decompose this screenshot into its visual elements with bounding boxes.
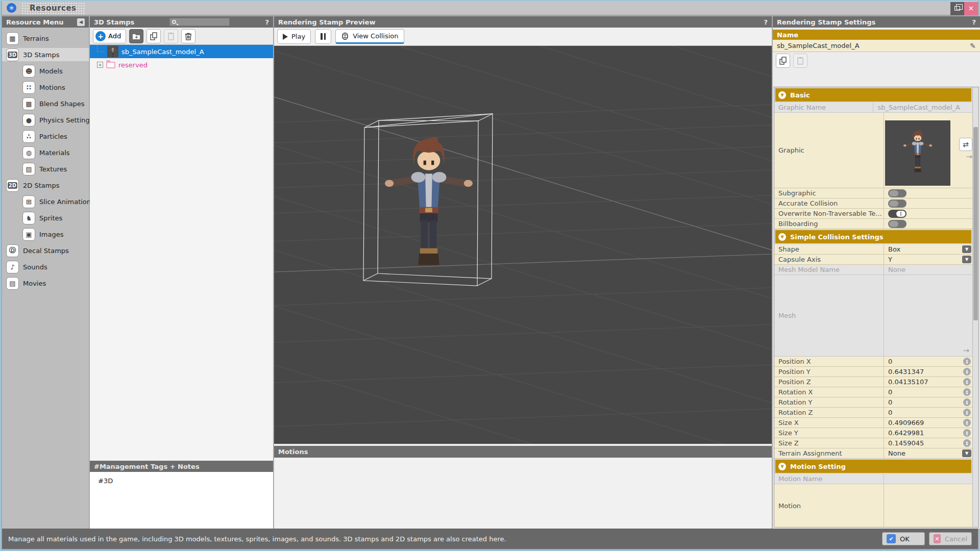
- position-z-input[interactable]: 0.04135107: [884, 377, 972, 387]
- sidebar-item-models[interactable]: ☻Models: [2, 64, 89, 78]
- overwrite-nontraversable-toggle[interactable]: [888, 210, 906, 218]
- capsule-axis-select[interactable]: Y: [884, 255, 972, 264]
- sidebar-item-motions[interactable]: ∷Motions: [2, 81, 89, 94]
- sidebar-item-2d-stamps[interactable]: 2D2D Stamps: [2, 179, 89, 192]
- sidebar-item-movies[interactable]: ▤Movies: [2, 277, 89, 290]
- spinner-icon[interactable]: [963, 358, 971, 365]
- shape-select[interactable]: Box: [884, 244, 972, 254]
- window-restore-button[interactable]: [950, 2, 964, 15]
- accurate-collision-toggle[interactable]: [888, 199, 906, 208]
- particles-icon: ∴: [22, 130, 35, 143]
- help-button[interactable]: ?: [764, 18, 768, 26]
- size-z-input[interactable]: 0.1459045: [884, 438, 972, 448]
- position-y-input[interactable]: 0.6431347: [884, 367, 972, 377]
- sidebar-item-decal-stamps[interactable]: ⒹDecal Stamps: [2, 244, 89, 257]
- check-icon: [887, 534, 896, 543]
- simple-collision-section-header[interactable]: Simple Collision Settings: [775, 230, 971, 243]
- pause-button[interactable]: [315, 29, 331, 44]
- spinner-icon[interactable]: [963, 439, 971, 447]
- scrollbar-thumb[interactable]: [973, 127, 978, 320]
- size-x-input[interactable]: 0.4909669: [884, 418, 972, 428]
- window-close-button[interactable]: [964, 2, 978, 15]
- settings-sections: Basic Graphic Name sb_SampleCast_model_A…: [774, 87, 979, 528]
- open-arrow-icon[interactable]: [966, 152, 972, 161]
- rendering-stamp-preview-panel: Rendering Stamp Preview ? Play View Coll…: [274, 16, 772, 529]
- physics-settings-icon: ●: [22, 114, 35, 127]
- new-folder-button[interactable]: [129, 29, 143, 43]
- settings-scrollbar[interactable]: [972, 87, 978, 527]
- spinner-icon[interactable]: [963, 419, 971, 427]
- management-tags-notes[interactable]: #3D: [90, 472, 273, 529]
- terrains-icon: ▦: [6, 32, 19, 45]
- title-bar[interactable]: Resources: [2, 1, 978, 15]
- capsule-axis-row: Capsule Axis Y: [774, 255, 972, 265]
- billboarding-toggle[interactable]: [888, 220, 906, 228]
- help-button[interactable]: ?: [972, 18, 976, 26]
- position-x-input[interactable]: 0: [884, 357, 972, 366]
- rotation-x-input[interactable]: 0: [884, 387, 972, 397]
- ok-button[interactable]: OK: [882, 532, 925, 545]
- sidebar-item-images[interactable]: ▣Images: [2, 228, 89, 241]
- subgraphic-toggle[interactable]: [888, 189, 906, 197]
- collision-grid-icon: [341, 32, 349, 40]
- sidebar-item-blend-shapes[interactable]: ▩Blend Shapes: [2, 97, 89, 110]
- add-button[interactable]: Add: [93, 29, 126, 43]
- sidebar-item-slice-animation[interactable]: ⊞Slice Animation: [2, 195, 89, 208]
- search-input[interactable]: [169, 18, 230, 26]
- spinner-icon[interactable]: [963, 388, 971, 396]
- sidebar-item-terrains[interactable]: ▦Terrains: [2, 32, 89, 45]
- help-button[interactable]: ?: [265, 18, 269, 26]
- rotation-z-input[interactable]: 0: [884, 408, 972, 417]
- motion-setting-section-header[interactable]: Motion Setting: [775, 460, 971, 473]
- sidebar-item-particles[interactable]: ∴Particles: [2, 130, 89, 143]
- tree-item-model[interactable]: sb_SampleCast_model_A: [90, 45, 273, 58]
- terrain-assignment-select[interactable]: None: [884, 448, 972, 458]
- duplicate-button[interactable]: [146, 29, 161, 43]
- spinner-icon[interactable]: [963, 378, 971, 386]
- sidebar-item-physics-settings[interactable]: ●Physics Settings: [2, 113, 89, 127]
- dropdown-arrow-icon[interactable]: [962, 256, 971, 263]
- paste-button[interactable]: [164, 29, 178, 43]
- graphic-thumbnail[interactable]: [885, 120, 950, 186]
- dropdown-arrow-icon[interactable]: [962, 245, 971, 253]
- accurate-collision-row: Accurate Collision: [774, 198, 972, 209]
- collapse-sidebar-button[interactable]: ◀: [77, 18, 85, 26]
- sidebar-item-3d-stamps[interactable]: 3D3D Stamps: [2, 48, 89, 61]
- spinner-icon[interactable]: [963, 398, 971, 406]
- size-y-input[interactable]: 0.6429981: [884, 428, 972, 438]
- sidebar-item-sounds[interactable]: ♪Sounds: [2, 260, 89, 273]
- search-icon: [172, 20, 176, 24]
- motions-panel-body[interactable]: [274, 458, 772, 529]
- tree-item-reserved-folder[interactable]: reserved: [90, 58, 273, 71]
- edit-pencil-icon[interactable]: [970, 42, 976, 50]
- movies-icon: ▤: [6, 277, 19, 290]
- copy-settings-button[interactable]: [776, 54, 790, 68]
- basic-section-header[interactable]: Basic: [775, 88, 971, 102]
- cancel-button[interactable]: Cancel: [929, 532, 972, 545]
- sidebar-item-sprites[interactable]: ♞Sprites: [2, 211, 89, 224]
- spinner-icon[interactable]: [963, 429, 971, 437]
- spinner-icon[interactable]: [963, 409, 971, 416]
- sidebar-item-textures[interactable]: ▨Textures: [2, 162, 89, 176]
- change-graphic-button[interactable]: [959, 138, 972, 151]
- pause-icon: [321, 33, 326, 40]
- preview-toolbar: Play View Collision: [274, 28, 772, 46]
- paste-settings-button[interactable]: [793, 54, 807, 68]
- open-arrow-icon: [963, 346, 969, 355]
- expand-icon[interactable]: [97, 62, 103, 68]
- preview-canvas: [274, 46, 772, 444]
- chevron-down-icon: [778, 91, 786, 99]
- name-field[interactable]: sb_SampleCast_model_A: [773, 40, 980, 52]
- rotation-y-input[interactable]: 0: [884, 397, 972, 407]
- view-collision-toggle[interactable]: View Collision: [335, 29, 404, 44]
- x-icon: [934, 534, 941, 543]
- sidebar-item-materials[interactable]: ◍Materials: [2, 146, 89, 159]
- dropdown-arrow-icon[interactable]: [962, 449, 971, 457]
- spinner-icon[interactable]: [963, 368, 971, 375]
- paste-icon: [167, 32, 175, 40]
- preview-viewport[interactable]: [274, 46, 772, 444]
- blend-shapes-icon: ▩: [22, 97, 35, 110]
- position-x-row: Position X 0: [774, 357, 972, 367]
- play-button[interactable]: Play: [277, 29, 311, 44]
- delete-button[interactable]: [181, 29, 195, 43]
